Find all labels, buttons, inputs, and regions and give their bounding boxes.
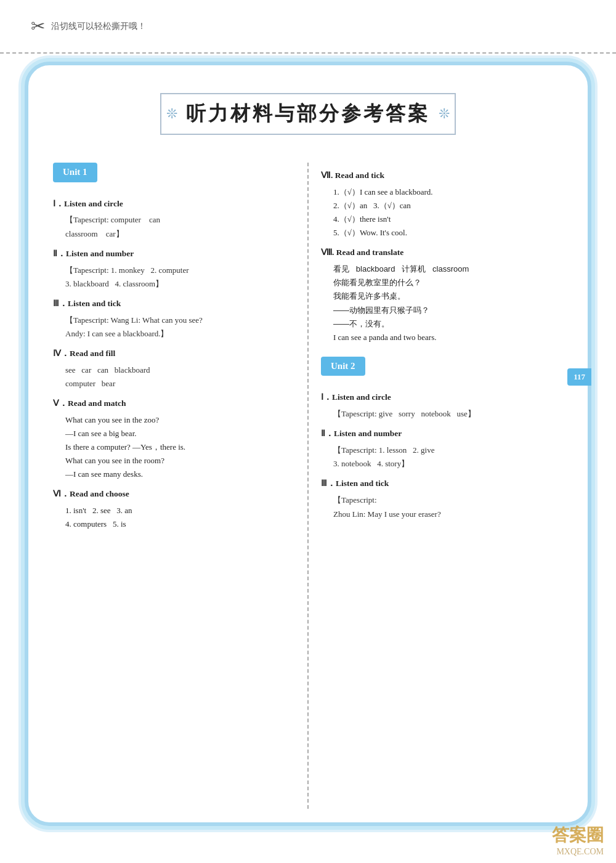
right-column: Ⅶ. Read and tick 1.（√）I can see a blackb… bbox=[309, 163, 563, 809]
title-border: ❊ 听力材料与部分参考答案 ❊ bbox=[160, 93, 456, 135]
section-V-item2: —I can see a big bear. bbox=[65, 427, 295, 440]
watermark: 答案圈 MXQE.COM bbox=[552, 824, 604, 857]
section-I-tape1: 【Tapescript: computer can bbox=[65, 213, 295, 227]
top-strip: ✂ 沿切线可以轻松撕开哦！ bbox=[0, 0, 616, 52]
section-V-item3: Is there a computer? —Yes，there is. bbox=[65, 440, 295, 454]
page-title: 听力材料与部分参考答案 bbox=[186, 102, 430, 124]
section-VI-title: Ⅵ．Read and choose bbox=[53, 487, 295, 501]
VII-item2: 2.（√）an 3.（√）can bbox=[333, 199, 563, 213]
section-V-item1: What can you see in the zoo? bbox=[65, 413, 295, 427]
unit2-section-III-tape2: Zhou Lin: May I use your eraser? bbox=[333, 508, 563, 521]
main-card: ❊ 听力材料与部分参考答案 ❊ Unit 1 Ⅰ．Listen and circ… bbox=[25, 62, 591, 826]
page-number: 117 bbox=[567, 368, 591, 386]
VIII-item1: 看见 blackboard 计算机 classroom bbox=[333, 262, 563, 276]
section-III-tape1: 【Tapescript: Wang Li: What can you see? bbox=[65, 314, 295, 327]
VIII-item5: ——不，没有。 bbox=[333, 317, 563, 331]
section-I: Ⅰ．Listen and circle 【Tapescript: compute… bbox=[53, 197, 295, 241]
section-VI-line1: 1. isn't 2. see 3. an bbox=[65, 504, 295, 517]
watermark-logo: 答案圈 bbox=[552, 824, 604, 847]
section-V: Ⅴ．Read and match What can you see in the… bbox=[53, 397, 295, 481]
watermark-url: MXQE.COM bbox=[552, 847, 604, 857]
unit2-section-III-title: Ⅲ．Listen and tick bbox=[321, 477, 563, 491]
right-section-VIII: Ⅷ. Read and translate 看见 blackboard 计算机 … bbox=[321, 246, 563, 344]
VIII-item2: 你能看见教室里的什么？ bbox=[333, 276, 563, 290]
content-area: Unit 1 Ⅰ．Listen and circle 【Tapescript: … bbox=[53, 163, 563, 809]
section-III: Ⅲ．Listen and tick 【Tapescript: Wang Li: … bbox=[53, 297, 295, 341]
VII-item3: 4.（√）there isn't bbox=[333, 213, 563, 226]
unit1-badge-container: Unit 1 bbox=[53, 163, 295, 191]
section-VI: Ⅵ．Read and choose 1. isn't 2. see 3. an … bbox=[53, 487, 295, 531]
section-II-title: Ⅱ．Listen and number bbox=[53, 247, 295, 261]
VIII-item3: 我能看见许多书桌。 bbox=[333, 290, 563, 303]
section-IV-line1: see car can blackboard bbox=[65, 363, 295, 377]
unit2-section-II: Ⅱ．Listen and number 【Tapescript: 1. less… bbox=[321, 427, 563, 471]
dashed-separator bbox=[0, 52, 616, 54]
title-area: ❊ 听力材料与部分参考答案 ❊ bbox=[53, 84, 563, 144]
section-III-tape2: Andy: I can see a blackboard.】 bbox=[65, 327, 295, 341]
left-column: Unit 1 Ⅰ．Listen and circle 【Tapescript: … bbox=[53, 163, 309, 809]
section-IV-line2: computer bear bbox=[65, 377, 295, 391]
right-section-VIII-title: Ⅷ. Read and translate bbox=[321, 246, 563, 260]
section-II: Ⅱ．Listen and number 【Tapescript: 1. monk… bbox=[53, 247, 295, 291]
section-IV: Ⅳ．Read and fill see car can blackboard c… bbox=[53, 347, 295, 391]
section-II-tape1: 【Tapescript: 1. monkey 2. computer bbox=[65, 264, 295, 277]
unit2-section-III-tape1: 【Tapescript: bbox=[333, 493, 563, 507]
unit2-badge-container: Unit 2 bbox=[321, 357, 563, 385]
unit2-section-I-title: Ⅰ．Listen and circle bbox=[321, 391, 563, 405]
right-section-VII-title: Ⅶ. Read and tick bbox=[321, 169, 563, 183]
section-V-item4: What can you see in the room? bbox=[65, 454, 295, 468]
VIII-item4: ——动物园里有只猴子吗？ bbox=[333, 304, 563, 317]
section-III-title: Ⅲ．Listen and tick bbox=[53, 297, 295, 311]
unit2-section-III: Ⅲ．Listen and tick 【Tapescript: Zhou Lin:… bbox=[321, 477, 563, 521]
section-V-item5: —I can see many desks. bbox=[65, 468, 295, 481]
unit2-section-I: Ⅰ．Listen and circle 【Tapescript: give so… bbox=[321, 391, 563, 421]
title-deco-left: ❊ bbox=[166, 106, 177, 122]
section-II-tape2: 3. blackboard 4. classroom】 bbox=[65, 277, 295, 291]
section-IV-title: Ⅳ．Read and fill bbox=[53, 347, 295, 361]
unit2-badge: Unit 2 bbox=[321, 357, 365, 376]
section-V-title: Ⅴ．Read and match bbox=[53, 397, 295, 411]
VIII-item6: I can see a panda and two bears. bbox=[333, 331, 563, 344]
section-VI-line2: 4. computers 5. is bbox=[65, 517, 295, 531]
section-I-tape2: classroom car】 bbox=[65, 227, 295, 241]
title-deco-right: ❊ bbox=[439, 106, 450, 122]
scissors-icon: ✂ bbox=[31, 16, 45, 36]
unit2-section-II-tape1: 【Tapescript: 1. lesson 2. give bbox=[333, 444, 563, 457]
right-section-VII: Ⅶ. Read and tick 1.（√）I can see a blackb… bbox=[321, 169, 563, 240]
cut-text: 沿切线可以轻松撕开哦！ bbox=[51, 21, 146, 32]
VII-item4: 5.（√）Wow. It's cool. bbox=[333, 226, 563, 240]
unit2-section-II-tape2: 3. notebook 4. story】 bbox=[333, 457, 563, 471]
section-I-title: Ⅰ．Listen and circle bbox=[53, 197, 295, 211]
VII-item1: 1.（√）I can see a blackboard. bbox=[333, 185, 563, 199]
unit2-section-II-title: Ⅱ．Listen and number bbox=[321, 427, 563, 441]
unit2-section-I-tape: 【Tapescript: give sorry notebook use】 bbox=[333, 407, 563, 421]
unit1-badge: Unit 1 bbox=[53, 163, 97, 182]
